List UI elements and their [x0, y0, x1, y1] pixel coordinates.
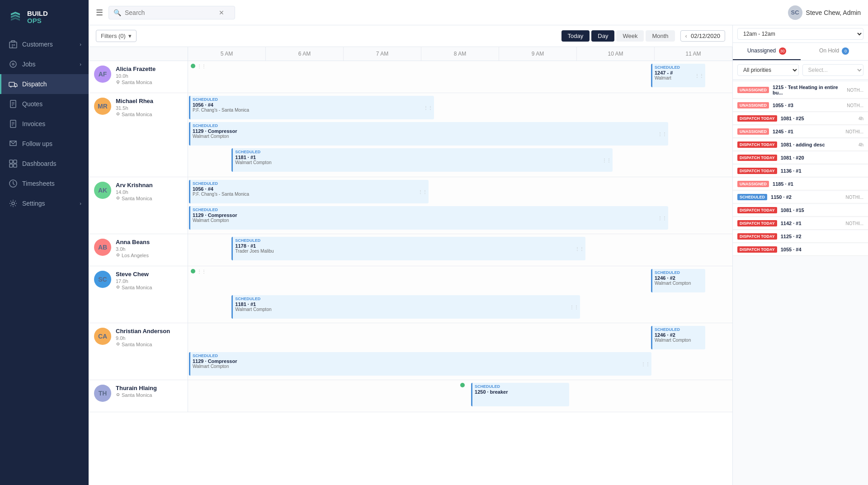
list-item[interactable]: DISPATCH TODAY 1125 · #2 — [733, 231, 868, 243]
search-input[interactable] — [125, 9, 215, 16]
avatar: SC — [788, 5, 802, 20]
tab-unassigned[interactable]: Unassigned 30 — [733, 43, 801, 60]
job-details: 1245 · #1 — [773, 129, 842, 134]
svg-point-29 — [117, 113, 119, 115]
priority-select[interactable]: All priorities — [737, 64, 799, 76]
sidebar: BUILD OPS Customers › Jobs › Dispatch Qu… — [0, 0, 89, 485]
tech-hours: 9.0h — [116, 335, 182, 341]
sidebar-item-quotes[interactable]: Quotes — [0, 94, 89, 114]
main-content: ☰ 🔍 ✕ SC Steve Chew, Admin Filters (0) ▾… — [89, 0, 868, 485]
timezone-select[interactable]: 12am - 12am — [737, 28, 863, 40]
month-button[interactable]: Month — [646, 30, 675, 42]
job-status: SCHEDULED — [235, 238, 583, 243]
topbar-right: SC Steve Chew, Admin — [788, 5, 861, 20]
current-date: 02/12/2020 — [691, 33, 720, 39]
job-block[interactable]: SCHEDULED 1056 · #4 P.F. Chang's - Santa… — [189, 180, 429, 203]
job-details: 1125 · #2 — [781, 234, 860, 239]
job-block[interactable]: SCHEDULED 1056 · #4 P.F. Chang's - Santa… — [189, 96, 434, 119]
drag-handle[interactable]: ⋮⋮ — [197, 64, 206, 69]
dispatch-body: Filters (0) ▾ Today Day Week Month ‹ 02/… — [89, 25, 868, 485]
sidebar-item-customers[interactable]: Customers › — [0, 34, 89, 54]
tech-details: Thurain Hlaing Santa Monica — [116, 385, 182, 398]
briefcase-icon — [9, 60, 18, 69]
list-item[interactable]: DISPATCH TODAY 1081 · #15 — [733, 204, 868, 217]
status-indicator — [191, 269, 195, 273]
sidebar-item-jobs[interactable]: Jobs › — [0, 54, 89, 74]
prev-date-arrow[interactable]: ‹ — [685, 33, 687, 39]
sidebar-item-dispatch[interactable]: Dispatch — [0, 74, 89, 94]
job-location: Walmart Compton — [655, 281, 703, 286]
region-select[interactable]: Select... — [802, 64, 864, 76]
job-block[interactable]: SCHEDULED 1129 · Compressor Walmart Comp… — [189, 206, 668, 230]
tech-info-arv: AK Arv Krishnan 14.0h Santa Monica — [89, 177, 188, 234]
tech-details: Arv Krishnan 14.0h Santa Monica — [116, 182, 182, 201]
job-block[interactable]: SCHEDULED 1250 · breaker — [471, 383, 569, 406]
job-block[interactable]: SCHEDULED 1181 · #1 Walmart Compton ⋮⋮ — [231, 148, 613, 172]
drag-handle-icon[interactable]: ⋮⋮ — [570, 305, 579, 310]
job-tag: NOTHI... — [846, 195, 863, 200]
list-item[interactable]: UNASSIGNED 1245 · #1 NOTHI... — [733, 126, 868, 138]
svg-rect-11 — [9, 82, 14, 86]
job-number: 1081 · #20 — [781, 155, 860, 160]
drag-handle-icon[interactable]: ⋮⋮ — [602, 158, 611, 163]
job-number: 1129 · Compressor — [193, 128, 666, 134]
job-location: Walmart Compton — [235, 160, 610, 165]
drag-handle[interactable]: ⋮⋮ — [197, 269, 206, 274]
list-item[interactable]: SCHEDULED 1150 · #2 NOTHI... — [733, 191, 868, 203]
job-block[interactable]: SCHEDULED 1178 · #1 Trader Joes Malibu ⋮… — [231, 237, 585, 260]
schedule-toolbar: Filters (0) ▾ Today Day Week Month ‹ 02/… — [89, 25, 732, 47]
job-details: 1081 · #25 — [781, 116, 855, 121]
sidebar-item-timesheets[interactable]: Timesheets — [0, 174, 89, 193]
tab-onhold-label: On Hold — [819, 47, 839, 54]
avatar: AK — [94, 182, 111, 199]
drag-handle-icon[interactable]: ⋮⋮ — [418, 189, 427, 194]
job-block[interactable]: SCHEDULED 1181 · #1 Walmart Compton ⋮⋮ — [231, 295, 580, 319]
panel-tabs: Unassigned 30 On Hold 0 — [733, 43, 868, 61]
week-button[interactable]: Week — [616, 30, 644, 42]
list-item[interactable]: DISPATCH TODAY 1055 · #4 — [733, 244, 868, 256]
list-item[interactable]: UNASSIGNED 1215 · Test Heating in entire… — [733, 82, 868, 99]
tech-hours: 17.0h — [116, 278, 182, 284]
day-button[interactable]: Day — [591, 30, 614, 42]
drag-handle-icon[interactable]: ⋮⋮ — [424, 105, 433, 110]
tech-info-anna: AB Anna Beans 3.0h Los Angeles — [89, 234, 188, 266]
tab-onhold[interactable]: On Hold 0 — [801, 43, 868, 60]
filter-label: Filters (0) — [101, 33, 126, 39]
job-block[interactable]: SCHEDULED 1246 · #2 Walmart Compton — [651, 269, 705, 292]
sidebar-item-invoices[interactable]: Invoices — [0, 114, 89, 134]
drag-handle-icon[interactable]: ⋮⋮ — [641, 362, 650, 367]
drag-handle-icon[interactable]: ⋮⋮ — [658, 132, 667, 137]
list-item[interactable]: DISPATCH TODAY 1081 · #25 4h — [733, 113, 868, 125]
job-status: SCHEDULED — [235, 297, 578, 301]
job-block[interactable]: SCHEDULED 1129 · Compressor Walmart Comp… — [189, 122, 668, 146]
svg-point-32 — [117, 286, 119, 288]
list-item[interactable]: DISPATCH TODAY 1142 · #1 NOTHI... — [733, 217, 868, 230]
tech-details: Michael Rhea 31.5h Santa Monica — [116, 98, 182, 117]
list-item[interactable]: DISPATCH TODAY 1081 · #20 — [733, 152, 868, 164]
list-item[interactable]: UNASSIGNED 1185 · #1 — [733, 178, 868, 190]
today-button[interactable]: Today — [561, 30, 590, 42]
drag-handle-icon[interactable]: ⋮⋮ — [658, 216, 667, 221]
drag-handle-icon[interactable]: ⋮⋮ — [695, 73, 704, 78]
job-details: 1150 · #2 — [771, 194, 842, 200]
list-item[interactable]: DISPATCH TODAY 1081 · adding desc 4h — [733, 139, 868, 151]
tech-name: Thurain Hlaing — [116, 385, 182, 391]
job-block[interactable]: SCHEDULED 1246 · #2 Walmart Compton — [651, 326, 705, 349]
search-clear-icon[interactable]: ✕ — [219, 9, 224, 16]
hamburger-button[interactable]: ☰ — [96, 8, 103, 18]
drag-handle-icon[interactable]: ⋮⋮ — [575, 246, 584, 251]
list-item[interactable]: DISPATCH TODAY 1136 · #1 — [733, 165, 868, 177]
job-number: 1246 · #2 — [655, 275, 703, 281]
job-block[interactable]: SCHEDULED 1247 - # Walmart ⋮⋮ — [651, 64, 705, 87]
sidebar-item-followups[interactable]: Follow ups — [0, 134, 89, 154]
filter-button[interactable]: Filters (0) ▾ — [96, 30, 137, 42]
tech-hours: 14.0h — [116, 189, 182, 195]
sidebar-item-settings[interactable]: Settings › — [0, 193, 89, 213]
avatar: SC — [94, 271, 111, 288]
job-details: 1215 · Test Heating in entire bu... — [773, 85, 843, 95]
job-block[interactable]: SCHEDULED 1129 · Compressor Walmart Comp… — [189, 352, 651, 376]
svg-rect-5 — [12, 44, 13, 46]
sidebar-item-dashboards[interactable]: Dashboards — [0, 154, 89, 174]
list-item[interactable]: UNASSIGNED 1055 · #3 NOTH... — [733, 99, 868, 112]
table-row: AB Anna Beans 3.0h Los Angeles SCH — [89, 234, 732, 266]
